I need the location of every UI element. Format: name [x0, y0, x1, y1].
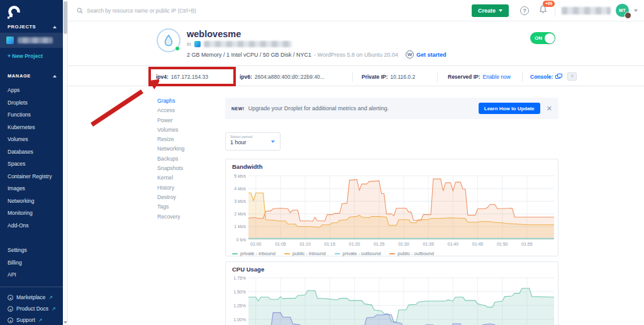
secondary-avatar: [625, 12, 631, 19]
chevron-up-icon[interactable]: [53, 26, 57, 28]
project-icon: [194, 41, 201, 47]
sidebar-item-support[interactable]: ● Support ↗: [8, 317, 56, 324]
sidebar-item-spaces[interactable]: Spaces: [8, 161, 52, 168]
droplet-specs: 2 GB Memory / 1 Intel vCPU / 50 GB Disk …: [187, 52, 311, 58]
topbar: Search by resource name or public IP (Ct…: [68, 0, 644, 21]
svg-text:01:20: 01:20: [349, 242, 360, 246]
notifications-button[interactable]: +99: [539, 5, 547, 16]
svg-text:2 kb/s: 2 kb/s: [234, 212, 246, 216]
chevron-up-icon[interactable]: [53, 75, 57, 77]
svg-text:01:05: 01:05: [275, 242, 286, 246]
sidebar-item-images[interactable]: Images: [8, 185, 52, 192]
tab-graphs[interactable]: Graphs: [157, 98, 184, 105]
ipv6-value[interactable]: 2604:a880:400:d0::22b9:40...: [255, 74, 325, 80]
svg-text:01:00: 01:00: [250, 242, 262, 246]
console-help-badge[interactable]: ?: [567, 72, 576, 81]
account-nav: Settings Billing API: [8, 247, 27, 278]
sidebar-divider: [0, 287, 63, 287]
ip-separator: [352, 71, 353, 82]
svg-text:01:40: 01:40: [448, 242, 459, 246]
legend-swatch: [389, 253, 395, 254]
tab-networking[interactable]: Networking: [157, 145, 184, 152]
sidebar-item-api[interactable]: API: [8, 271, 27, 278]
console-link[interactable]: Console:: [530, 74, 553, 80]
new-tag: NEW!: [231, 106, 245, 111]
sidebar-item-billing[interactable]: Billing: [8, 259, 27, 266]
manage-nav: Apps Droplets Functions Kubernetes Volum…: [8, 87, 52, 229]
project-icon: [6, 37, 14, 44]
legend-private-inbound: private - inbound: [232, 251, 275, 256]
annotation-arrow: [87, 79, 159, 131]
get-started-link[interactable]: Get started: [416, 52, 447, 58]
tab-backups[interactable]: Backups: [157, 156, 184, 162]
chart-title-cpu: CPU Usage: [226, 262, 558, 273]
sidebar-item-add-ons[interactable]: Add-Ons: [8, 222, 52, 229]
projects-header: PROJECTS: [8, 24, 36, 30]
banner-message: Upgrade your Droplet for additional metr…: [248, 105, 479, 111]
svg-text:1.75%: 1.75%: [233, 277, 246, 280]
ip-bar: ipv4: 167.172.154.33 ipv6: 2604:a880:400…: [68, 66, 644, 86]
power-toggle[interactable]: ON: [530, 32, 555, 44]
enable-now-link[interactable]: Enable now: [483, 74, 511, 80]
help-button[interactable]: ?: [520, 6, 529, 15]
water-drop-icon: [163, 34, 174, 47]
tab-tags[interactable]: Tags: [157, 203, 184, 210]
close-icon[interactable]: ✕: [547, 105, 552, 113]
wordpress-icon: W: [406, 50, 414, 59]
external-nav: ● Marketplace ↗ ● Product Docs ↗ ● Suppo…: [8, 294, 56, 324]
sidebar-item-apps[interactable]: Apps: [8, 87, 52, 94]
svg-text:01:10: 01:10: [299, 242, 311, 246]
sidebar-item-functions[interactable]: Functions: [8, 111, 52, 118]
tab-access[interactable]: Access: [157, 107, 184, 114]
sidebar-item-databases[interactable]: Databases: [8, 149, 52, 156]
sidebar-item-kubernetes[interactable]: Kubernetes: [8, 124, 52, 131]
droplet-subnav: Graphs Access Power Volumes Resize Netwo…: [157, 98, 184, 220]
digitalocean-logo-icon[interactable]: [6, 5, 21, 20]
sidebar-item-current-project[interactable]: [0, 33, 63, 48]
svg-text:1.50%: 1.50%: [233, 290, 246, 294]
legend-private-outbound: private - outbound: [335, 251, 380, 256]
sidebar-item-settings[interactable]: Settings: [8, 247, 27, 254]
new-project-button[interactable]: + New Project: [8, 53, 43, 59]
svg-text:01:15: 01:15: [325, 242, 336, 246]
learn-how-to-update-button[interactable]: Learn How to Update: [479, 103, 540, 114]
period-select[interactable]: Select period 1 hour: [225, 132, 280, 151]
marketplace-icon: ●: [8, 295, 13, 300]
notification-badge: +99: [543, 1, 555, 7]
tab-power[interactable]: Power: [157, 117, 184, 124]
sidebar-scrollbar[interactable]: [63, 0, 68, 325]
tab-kernel[interactable]: Kernel: [157, 174, 184, 181]
sidebar-item-volumes[interactable]: Volumes: [8, 136, 52, 143]
search-placeholder: Search by resource name or public IP (Ct…: [87, 8, 196, 14]
external-link-icon: ↗: [48, 295, 53, 300]
ip-separator: [437, 71, 438, 82]
sidebar-item-product-docs[interactable]: ● Product Docs ↗: [8, 305, 56, 312]
tab-snapshots[interactable]: Snapshots: [157, 165, 184, 172]
droplet-icon: [157, 28, 180, 52]
console-icon[interactable]: [555, 74, 562, 79]
tab-destroy[interactable]: Destroy: [157, 194, 184, 201]
sidebar-item-monitoring[interactable]: Monitoring: [8, 210, 52, 217]
chevron-down-icon[interactable]: [634, 9, 638, 12]
sidebar-item-droplets[interactable]: Droplets: [8, 100, 52, 106]
scrollbar-thumb[interactable]: [64, 1, 67, 34]
ipv4-value[interactable]: 167.172.154.33: [171, 74, 208, 80]
global-search-input[interactable]: Search by resource name or public IP (Ct…: [77, 8, 472, 14]
sidebar-item-networking[interactable]: Networking: [8, 198, 52, 205]
account-menu[interactable]: MT: [616, 4, 629, 17]
tab-resize[interactable]: Resize: [157, 136, 184, 143]
in-label: in: [187, 41, 191, 47]
bandwidth-chart: 0 b/s1 kb/s2 kb/s3 kb/s4 kb/s5 kb/s01:00…: [226, 170, 558, 247]
create-button[interactable]: Create: [472, 4, 509, 17]
cpu-usage-chart: 1.00%1.25%1.50%1.75%: [226, 277, 558, 325]
tab-recovery[interactable]: Recovery: [157, 214, 184, 220]
scrollbar-down-arrow[interactable]: [64, 321, 67, 324]
svg-text:01:30: 01:30: [398, 242, 409, 246]
private-ip-value[interactable]: 10.116.0.2: [391, 74, 416, 80]
sidebar-item-marketplace[interactable]: ● Marketplace ↗: [8, 294, 56, 301]
sidebar-item-container-registry[interactable]: Container Registry: [8, 173, 52, 180]
svg-text:01:50: 01:50: [497, 242, 508, 246]
tab-history[interactable]: History: [157, 185, 184, 191]
svg-text:01:45: 01:45: [472, 242, 484, 246]
tab-volumes[interactable]: Volumes: [157, 127, 184, 134]
